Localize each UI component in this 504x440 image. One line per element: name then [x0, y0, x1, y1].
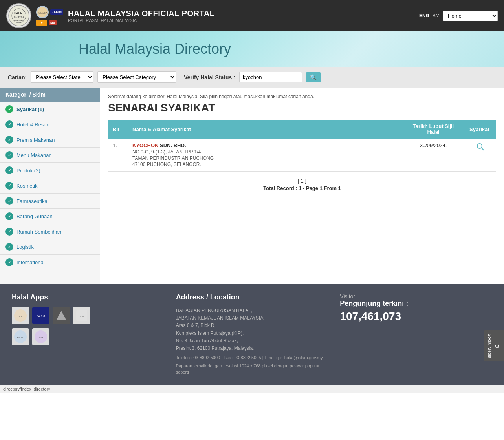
lang-eng[interactable]: ENG: [419, 13, 429, 18]
visitor-label: Visitor: [340, 293, 492, 299]
svg-text:MALAYSIA: MALAYSIA: [14, 16, 24, 18]
app-logo-5: HALAL: [12, 328, 29, 345]
pagination: [ 1 ] Total Record : 1 - Page 1 From 1: [108, 178, 496, 191]
sidebar-item-logistik[interactable]: ✓ Logistik: [0, 239, 100, 255]
check-icon-produk: ✓: [5, 166, 13, 174]
search-button[interactable]: 🔍: [306, 72, 321, 82]
address-line-6: Presint 3, 62100 Putrajaya, Malaysia.: [176, 345, 328, 352]
svg-marker-12: [57, 311, 66, 320]
sidebar-label-syarikat: Syarikat (1): [16, 106, 44, 112]
app-logo-6: APP: [32, 328, 49, 345]
check-icon-syarikat: ✓: [5, 105, 13, 113]
table-row: 1. KYOCHON SDN. BHD. NO 9-G, 9-(1-3), JA…: [108, 139, 496, 172]
check-icon-rumah: ✓: [5, 228, 13, 236]
sidebar-label-menu: Menu Makanan: [16, 152, 52, 158]
row-tarikh: 30/09/2024.: [402, 139, 465, 172]
address-line-4: Kompleks Islam Putrajaya (KIP),: [176, 330, 328, 337]
verify-label: Verify Halal Status :: [184, 74, 235, 80]
footer-visitor: Visitor Pengunjung terkini : 107,461,073: [340, 293, 492, 376]
sidebar-item-hotel[interactable]: ✓ Hotel & Resort: [0, 117, 100, 132]
sidebar-item-international[interactable]: ✓ International: [0, 255, 100, 270]
sidebar: Kategori / Skim ✓ Syarikat (1) ✓ Hotel &…: [0, 88, 100, 284]
footer-logos-2: HALAL APP: [12, 328, 164, 345]
sidebar-item-rumah[interactable]: ✓ Rumah Sembelihan: [0, 224, 100, 239]
pagination-pages[interactable]: [ 1 ]: [108, 178, 496, 184]
svg-text:MALAYSIA: MALAYSIA: [38, 12, 48, 14]
app-logo-4: SCM: [73, 307, 90, 324]
halal-logo: HALAL MALAYSIA CERTIFIED: [6, 3, 31, 28]
sidebar-label-premis: Premis Makanan: [16, 137, 55, 143]
sidebar-label-barang: Barang Gunaan: [16, 214, 53, 219]
address-line-2: JABATAN KEMAJUAN ISLAM MALAYSIA,: [176, 314, 328, 322]
footer-address-title: Address / Location: [176, 293, 328, 301]
site-subtitle: PORTAL RASMI HALAL MALAYSIA: [68, 18, 414, 23]
company-name-highlight: KYOCHON: [132, 142, 158, 148]
partner-logos: MALAYSIA JAKIM ★ MS: [36, 6, 63, 26]
footer-apps-title: Halal Apps: [12, 293, 164, 301]
sidebar-label-rumah: Rumah Sembelihan: [16, 229, 61, 235]
svg-text:HALAL: HALAL: [14, 12, 24, 15]
senarai-title: SENARAI SYARIKAT: [108, 102, 496, 114]
row-bil: 1.: [108, 139, 128, 172]
footer-address-lines: BAHAGIAN PENGURUSAN HALAL, JABATAN KEMAJ…: [176, 307, 328, 352]
welcome-text: Selamat datang ke direktori Halal Malays…: [108, 94, 496, 99]
footer-contact: Telefon : 03-8892 5000 | Fax : 03-8892 5…: [176, 354, 328, 376]
svg-text:SCM: SCM: [79, 315, 84, 318]
view-company-icon[interactable]: [469, 142, 491, 151]
main-content: Kategori / Skim ✓ Syarikat (1) ✓ Hotel &…: [0, 88, 504, 284]
check-icon-international: ✓: [5, 258, 13, 266]
gear-icon: ⚙: [494, 343, 500, 349]
svg-text:MY: MY: [19, 315, 22, 318]
url-bar: directory/index_directory: [0, 385, 504, 393]
check-icon-farma: ✓: [5, 197, 13, 205]
sidebar-label-produk: Produk (2): [16, 168, 40, 173]
check-icon-menu: ✓: [5, 151, 13, 159]
sidebar-item-premis[interactable]: ✓ Premis Makanan: [0, 132, 100, 148]
total-record: Total Record : 1 - Page 1 From 1: [108, 185, 496, 191]
nav-select[interactable]: Home: [443, 11, 498, 21]
sidebar-item-barang[interactable]: ✓ Barang Gunaan: [0, 209, 100, 224]
address-line-3: Aras 6 & 7, Blok D,: [176, 322, 328, 329]
lang-nav: ENG BM Home: [419, 11, 498, 21]
verify-input[interactable]: [239, 72, 302, 82]
sidebar-item-menu[interactable]: ✓ Menu Makanan: [0, 148, 100, 163]
sidebar-label-kosmetik: Kosmetik: [16, 183, 37, 189]
results-table: Bil Nama & Alamat Syarikat Tarikh Luput …: [108, 120, 496, 172]
row-syarikat-link[interactable]: [465, 139, 496, 172]
svg-text:HALAL: HALAL: [17, 336, 24, 339]
check-icon-kosmetik: ✓: [5, 182, 13, 190]
sidebar-item-syarikat[interactable]: ✓ Syarikat (1): [0, 102, 100, 117]
visitor-count: 107,461,073: [340, 310, 492, 323]
resolution-note: Paparan terbaik dengan resolusi 1024 x 7…: [176, 363, 328, 376]
sidebar-item-farma[interactable]: ✓ Farmaseutikal: [0, 194, 100, 209]
company-address-3: 47100 PUCHONG, SELANGOR.: [132, 162, 397, 167]
svg-text:CERTIFIED: CERTIFIED: [14, 20, 24, 22]
sidebar-header: Kategori / Skim: [0, 88, 100, 102]
footer-logos: MY JAKIM SCM: [12, 307, 164, 324]
col-header-bil: Bil: [108, 120, 128, 139]
lang-bm[interactable]: BM: [433, 13, 440, 18]
sidebar-label-logistik: Logistik: [16, 244, 34, 250]
url-text: directory/index_directory: [3, 387, 50, 391]
svg-line-8: [482, 148, 484, 150]
check-icon-logistik: ✓: [5, 243, 13, 251]
app-logo-1: MY: [12, 307, 29, 324]
col-header-syarikat: Syarikat: [465, 120, 496, 139]
search-bar: Carian: Please Select State Please Selec…: [0, 67, 504, 88]
footer: Halal Apps MY JAKIM SCM HALAL APP Add: [0, 284, 504, 385]
sidebar-item-produk[interactable]: ✓ Produk (2): [0, 163, 100, 178]
svg-text:JAKIM: JAKIM: [37, 315, 45, 318]
sidebar-label-hotel: Hotel & Resort: [16, 122, 50, 128]
category-select[interactable]: Please Select Category: [97, 71, 176, 83]
banner: Halal Malaysia Directory: [0, 31, 504, 67]
company-address-2: TAMAN PERINDUSTRIAN PUCHONG: [132, 155, 397, 161]
footer-address-col: Address / Location BAHAGIAN PENGURUSAN H…: [176, 293, 328, 376]
address-line-5: No. 3 Jalan Tun Abdul Razak,: [176, 337, 328, 345]
social-media-button[interactable]: ⚙ Social Media: [484, 330, 504, 361]
app-logo-2: JAKIM: [32, 307, 49, 324]
svg-point-7: [477, 144, 482, 148]
col-header-nama: Nama & Alamat Syarikat: [128, 120, 402, 139]
sidebar-item-kosmetik[interactable]: ✓ Kosmetik: [0, 178, 100, 194]
header-top: HALAL MALAYSIA CERTIFIED MALAYSIA JAKIM …: [0, 0, 504, 31]
state-select[interactable]: Please Select State: [31, 71, 93, 83]
